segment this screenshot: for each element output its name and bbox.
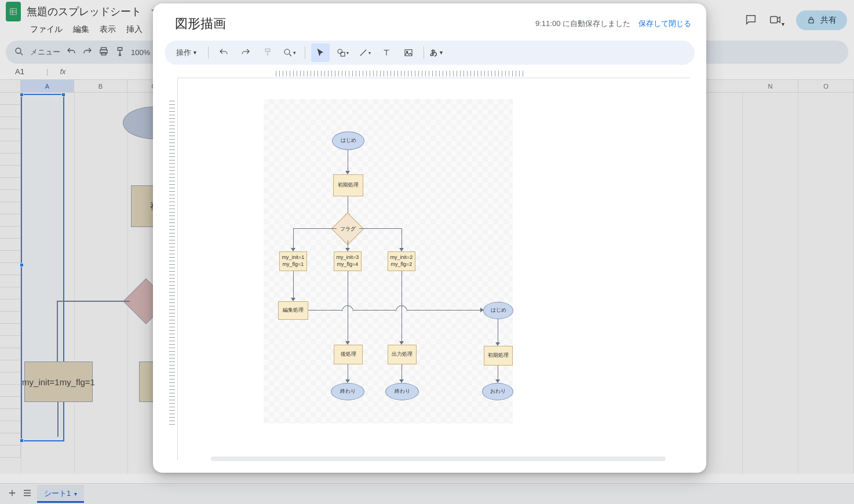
ruler-vertical (165, 78, 177, 465)
select-tool-icon[interactable] (311, 43, 330, 62)
drawing-dialog: 図形描画 9:11:00 に自動保存しました 保存して閉じる 操作▼ ▾ ▾ ▾… (153, 3, 706, 473)
redo-icon[interactable] (236, 43, 255, 62)
drawing-canvas[interactable]: はじめ 初期処理 フラグ (177, 78, 690, 460)
node-end-2[interactable]: 終わり (385, 383, 419, 400)
actions-menu[interactable]: 操作▼ (171, 45, 202, 60)
language-menu[interactable]: あ▼ (430, 43, 444, 62)
svg-point-6 (284, 49, 290, 54)
svg-rect-9 (405, 50, 412, 56)
image-tool-icon[interactable] (399, 43, 418, 62)
undo-icon[interactable] (214, 43, 233, 62)
node-end-1[interactable]: 終わり (331, 383, 364, 400)
svg-point-7 (338, 49, 342, 54)
drawing-toolbar: 操作▼ ▾ ▾ ▾ あ▼ (165, 41, 695, 65)
node-post[interactable]: 後処理 (334, 345, 363, 364)
text-tool-icon[interactable] (377, 43, 396, 62)
autosave-status: 9:11:00 に自動保存しました (535, 19, 630, 29)
dialog-title: 図形描画 (175, 15, 226, 32)
line-tool-icon[interactable]: ▾ (355, 43, 374, 62)
save-and-close-button[interactable]: 保存して閉じる (638, 19, 691, 29)
node-branch-c[interactable]: my_init=2 my_flg=2 (388, 251, 415, 271)
node-branch-a[interactable]: my_init=1 my_flg=1 (279, 251, 307, 271)
node-output[interactable]: 出力処理 (388, 345, 417, 364)
node-sub-start[interactable]: はじめ (483, 302, 513, 319)
node-decision[interactable]: フラグ (336, 217, 359, 240)
dialog-scrollbar[interactable] (211, 456, 666, 461)
node-sub-end[interactable]: おわり (482, 383, 513, 400)
zoom-icon[interactable]: ▾ (280, 43, 299, 62)
shape-tool-icon[interactable]: ▾ (333, 43, 352, 62)
node-init[interactable]: 初期処理 (333, 174, 363, 196)
ruler-horizontal (177, 67, 695, 78)
node-start[interactable]: はじめ (332, 132, 364, 150)
node-edit[interactable]: 編集処理 (278, 301, 308, 320)
node-sub-init[interactable]: 初期処理 (484, 346, 513, 366)
node-branch-b[interactable]: my_init=3 my_flg=4 (334, 251, 362, 271)
paint-format-icon[interactable] (258, 43, 277, 62)
